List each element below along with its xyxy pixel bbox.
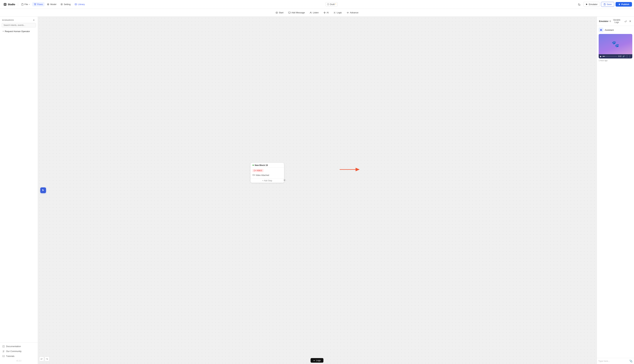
video-tag-icon [254, 170, 256, 172]
video-tag: VIDEO [252, 169, 263, 172]
close-icon [629, 20, 631, 22]
undo-redo-controls: ↩ ↪ [39, 356, 49, 361]
video-progress-bar[interactable] [602, 56, 617, 56]
toolbar-start-btn[interactable]: Start [273, 10, 285, 15]
model-icon [47, 3, 49, 6]
emulator-panel-header: Emulator Variable Logs [597, 16, 634, 26]
library-icon [75, 3, 77, 6]
video-progress-fill [602, 56, 605, 56]
toolbar-listen-btn[interactable]: Listen [307, 10, 321, 15]
app-logo[interactable]: Studio [2, 2, 17, 7]
video-volume-btn[interactable]: 🔊 [622, 55, 625, 58]
video-expand-btn[interactable]: ⛶ [626, 56, 628, 58]
sidebar-footer: Documentation Our Community Tutorials v1… [0, 342, 38, 364]
main-area: SCENARIOS + ▾ Request Human Operator ⋯ D… [0, 16, 634, 364]
emulator-chat-input[interactable] [598, 360, 629, 362]
sidebar-tutorials-item[interactable]: Tutorials [0, 354, 38, 358]
draft-badge[interactable]: Draft * [326, 2, 338, 6]
svg-rect-20 [254, 170, 255, 171]
video-play-btn[interactable]: ▶ [600, 55, 601, 58]
flow-node[interactable]: New Block 19 VIDEO Video Attached + Add … [250, 162, 284, 183]
svg-point-1 [34, 4, 35, 4]
flow-node-body: VIDEO Video Attached [250, 168, 284, 178]
nav-file-btn[interactable]: File ▾ [20, 2, 32, 6]
close-btn[interactable] [628, 19, 632, 23]
publish-icon [618, 3, 620, 6]
setting-icon [60, 3, 63, 6]
toolbar: Start Add Message Listen AI Logic Advanc… [0, 9, 634, 16]
start-icon [275, 12, 278, 14]
sidebar-title: SCENARIOS [2, 19, 14, 21]
svg-point-5 [48, 4, 49, 5]
logs-bar[interactable]: ▲ Logs [310, 358, 324, 363]
community-icon [2, 350, 5, 352]
nav-setting-btn[interactable]: Setting [59, 2, 72, 6]
save-btn[interactable]: Save [601, 2, 614, 7]
svg-point-16 [4, 351, 4, 351]
svg-rect-14 [3, 346, 5, 348]
theme-toggle-btn[interactable] [577, 2, 582, 7]
sidebar-item-request-human[interactable]: ▾ Request Human Operator ⋯ [1, 29, 37, 34]
sidebar-community-item[interactable]: Our Community [0, 349, 38, 354]
sidebar-header: SCENARIOS + [0, 16, 38, 23]
video-more-btn[interactable]: ⋮ [629, 55, 631, 58]
svg-point-4 [47, 4, 49, 5]
nav-center: Draft * [87, 2, 576, 6]
emulator-panel: Emulator Variable Logs Assistant [597, 16, 634, 364]
app-logo-label: Studio [8, 3, 15, 6]
chevron-icon: ▾ [3, 30, 4, 32]
ai-icon [324, 12, 326, 14]
cursor-tool-icon[interactable] [40, 188, 46, 193]
variable-logs-btn[interactable]: Variable Logs [608, 18, 623, 24]
refresh-icon [624, 20, 626, 22]
svg-marker-18 [4, 356, 4, 356]
svg-marker-11 [276, 12, 277, 13]
refresh-btn[interactable] [624, 19, 627, 23]
publish-btn[interactable]: Publish [615, 2, 632, 6]
nav-library-btn[interactable]: Library [73, 2, 86, 6]
video-attach-icon [252, 174, 255, 176]
message-icon [288, 12, 291, 14]
logic-icon [334, 12, 336, 14]
svg-rect-12 [288, 12, 290, 13]
emulator-title: Emulator [599, 20, 608, 22]
toolbar-advance-btn[interactable]: Advance [345, 10, 361, 15]
redo-btn[interactable]: ↪ [45, 356, 49, 361]
video-thumbnail: 🐾 [599, 34, 632, 54]
emulator-body: Assistant video 🐾 ▶ 0:02 🔊 ⛶ [597, 26, 634, 358]
sidebar: SCENARIOS + ▾ Request Human Operator ⋯ D… [0, 16, 38, 364]
moon-icon [578, 3, 581, 6]
toolbar-ai-btn[interactable]: AI [322, 10, 331, 15]
canvas-area[interactable]: New Block 19 VIDEO Video Attached + Add … [38, 16, 597, 364]
sidebar-search-input[interactable] [2, 23, 36, 28]
toolbar-add-message-btn[interactable]: Add Message [286, 10, 307, 15]
svg-point-2 [35, 4, 36, 4]
file-icon [21, 3, 24, 6]
video-timestamp: 1 hour ago [599, 60, 632, 62]
add-step-btn[interactable]: + Add Step [250, 178, 284, 183]
top-nav: Studio File ▾ Flows Model Setting Librar… [0, 0, 634, 9]
sidebar-add-btn[interactable]: + [32, 18, 36, 22]
undo-btn[interactable]: ↩ [39, 356, 44, 361]
nav-model-btn[interactable]: Model [45, 2, 58, 6]
version-label: v1.1.1 [0, 358, 38, 363]
svg-marker-19 [42, 189, 44, 192]
toolbar-logic-btn[interactable]: Logic [331, 10, 344, 15]
assistant-row: Assistant [599, 28, 632, 32]
sidebar-documentation-item[interactable]: Documentation [0, 344, 38, 349]
attach-btn[interactable]: 📎 [629, 360, 633, 363]
svg-rect-22 [253, 174, 254, 176]
svg-rect-27 [600, 30, 602, 30]
flow-node-header: New Block 19 [250, 163, 284, 168]
assistant-avatar [599, 28, 603, 32]
assistant-label: Assistant [605, 29, 614, 31]
svg-point-6 [61, 4, 62, 5]
video-time: 0:02 [618, 56, 621, 57]
assistant-icon [600, 29, 602, 31]
video-player[interactable]: video 🐾 ▶ 0:02 🔊 ⛶ ⋮ [599, 34, 632, 58]
play-icon [586, 3, 588, 6]
emulator-btn[interactable]: Emulator [583, 2, 600, 7]
nav-flows-btn[interactable]: Flows [32, 2, 45, 6]
red-arrow [340, 167, 362, 172]
nav-right: Emulator Save Publish [577, 2, 632, 7]
